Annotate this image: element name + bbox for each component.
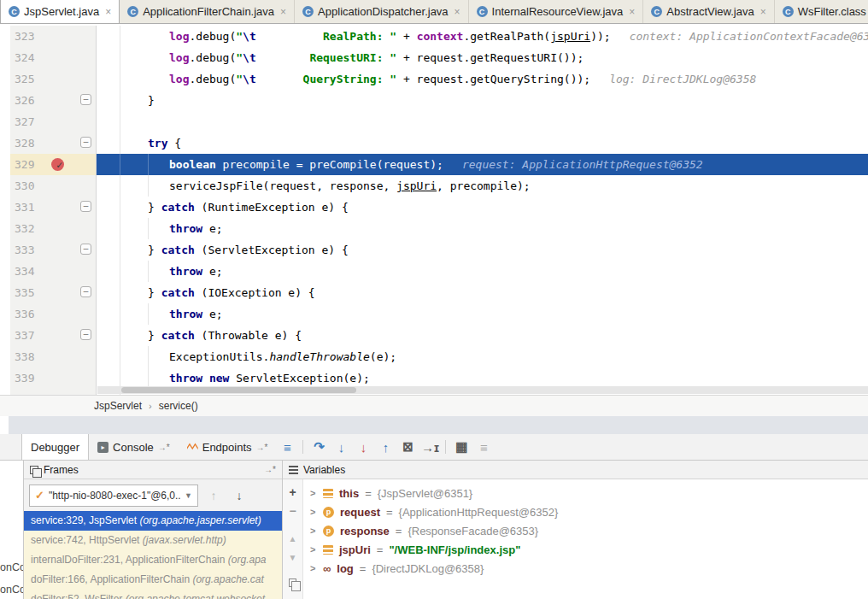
tab-abstractview-java[interactable]: CAbstractView.java× [643, 0, 774, 23]
tab-jspservlet-java[interactable]: CJspServlet.java× [0, 0, 120, 23]
gutter-line-337[interactable]: 337− [10, 325, 97, 346]
expand-chevron-icon[interactable]: > [310, 544, 317, 555]
stack-frame-row[interactable]: service:742, HttpServlet (javax.servlet.… [24, 531, 282, 550]
gutter-line-335[interactable]: 335− [10, 282, 97, 303]
code-text[interactable]: boolean precompile = preCompile(request)… [97, 154, 868, 175]
code-text[interactable]: throw e; [97, 303, 868, 325]
gutter-line-336[interactable]: 336 [10, 303, 97, 325]
code-text[interactable]: } [97, 90, 868, 111]
threads-menu-button[interactable]: ≡ [276, 434, 298, 460]
variable-row-this[interactable]: >this={JspServlet@6351} [303, 484, 868, 502]
expand-chevron-icon[interactable]: > [310, 563, 317, 573]
code-text[interactable]: log.debug("\t QueryString: " + request.g… [97, 68, 868, 90]
debug-tab-debugger[interactable]: Debugger [21, 434, 89, 460]
fold-marker-icon[interactable]: − [80, 137, 91, 148]
gutter-line-327[interactable]: 327 [10, 111, 97, 132]
step-over-button[interactable]: ↷ [308, 434, 330, 460]
copy-button[interactable] [283, 573, 302, 592]
force-step-into-button[interactable]: ↓ [352, 434, 374, 460]
code-text[interactable]: ExceptionUtils.handleThrowable(e); [97, 346, 868, 367]
code-text[interactable]: } catch (Throwable e) { [97, 325, 868, 346]
run-to-cursor-button[interactable]: →ɪ [419, 434, 441, 460]
horizontal-scrollbar[interactable] [97, 386, 868, 394]
gutter-line-331[interactable]: 331− [10, 197, 97, 218]
fold-marker-icon[interactable]: − [80, 286, 91, 297]
tab-applicationdispatcher-java[interactable]: CApplicationDispatcher.java× [295, 0, 469, 23]
code-editor[interactable]: 323log.debug("\t RealPath: " + context.g… [0, 24, 868, 395]
tab-wsfilter-class[interactable]: CWsFilter.class× [775, 0, 868, 23]
expand-chevron-icon[interactable]: > [310, 507, 317, 517]
step-into-button[interactable]: ↓ [330, 434, 352, 460]
remove-watch-button[interactable]: − [283, 502, 302, 520]
gutter-line-339[interactable]: 339 [10, 367, 97, 389]
thread-selector-dropdown[interactable]: ✓ "http-nio-8080-exec-1"@6,0... ▼ [29, 484, 198, 507]
add-watch-button[interactable]: + [283, 483, 302, 502]
fold-marker-icon[interactable]: − [80, 244, 91, 255]
expand-chevron-icon[interactable]: > [310, 526, 317, 536]
code-text[interactable]: try { [97, 132, 868, 154]
gutter-line-330[interactable]: 330 [10, 175, 97, 197]
hide-panel-icon[interactable]: →* [264, 465, 276, 474]
breadcrumb-item-jspservlet[interactable]: JspServlet [94, 396, 142, 416]
tab-internalresourceview-java[interactable]: CInternalResourceView.java× [469, 0, 644, 23]
gutter-line-340[interactable]: 340 [10, 389, 97, 395]
variable-row-log[interactable]: >∞log={DirectJDKLog@6358} [303, 559, 868, 578]
move-watch-up-button[interactable]: ▲ [283, 529, 302, 548]
gutter-line-325[interactable]: 325 [10, 68, 97, 90]
code-text[interactable]: log.debug("\t RealPath: " + context.getR… [97, 26, 868, 47]
code-text[interactable]: } catch (ServletException e) { [97, 239, 868, 261]
stack-frame-row[interactable]: doFilter:52, WsFilter (org.apache.tomcat… [24, 590, 282, 599]
gutter-line-329[interactable]: 329✓ [10, 154, 97, 175]
drop-frame-button[interactable]: ⊠ [396, 434, 419, 460]
code-text[interactable] [97, 111, 868, 132]
token: throw new [169, 372, 229, 385]
code-text[interactable]: } catch (RuntimeException e) { [97, 197, 868, 218]
variable-row-jspuri[interactable]: >jspUri="/WEB-INF/jsp/index.jsp" [303, 540, 868, 559]
next-frame-button[interactable]: ↓ [229, 489, 249, 502]
line-number: 334 [10, 265, 34, 278]
token: } [148, 329, 161, 342]
layout-settings-button[interactable]: ≡ [472, 434, 495, 460]
code-text[interactable]: log.debug("\t RequestURI: " + request.ge… [97, 47, 868, 68]
gutter-line-332[interactable]: 332 [10, 218, 97, 239]
gutter-line-323[interactable]: 323 [10, 26, 97, 47]
previous-frame-button[interactable]: ↑ [203, 489, 224, 502]
line-number: 329 [10, 158, 34, 171]
gutter-line-324[interactable]: 324 [10, 47, 97, 68]
close-icon[interactable]: × [105, 6, 111, 18]
fold-marker-icon[interactable]: − [80, 201, 91, 212]
expand-chevron-icon[interactable]: > [310, 488, 317, 498]
code-text[interactable]: serviceJspFile(request, response, jspUri… [97, 175, 868, 197]
variables-tree: >this={JspServlet@6351}>prequest={Applic… [303, 479, 868, 599]
close-icon[interactable]: × [629, 6, 635, 18]
code-text[interactable]: throw e; [97, 218, 868, 239]
code-content: } catch (RuntimeException e) { [97, 197, 349, 218]
fold-marker-icon[interactable]: − [80, 94, 91, 105]
scrollbar-thumb[interactable] [121, 387, 356, 393]
evaluate-expression-button[interactable]: ▦ [450, 434, 472, 460]
gutter-line-333[interactable]: 333− [10, 239, 97, 261]
close-icon[interactable]: × [455, 6, 460, 18]
gutter-line-326[interactable]: 326− [10, 90, 97, 111]
debug-tab-console[interactable]: ▸Console→* [89, 434, 179, 460]
debug-tab-endpoints[interactable]: Endpoints→* [179, 434, 277, 460]
tab-applicationfilterchain-java[interactable]: CApplicationFilterChain.java× [120, 0, 295, 23]
code-text[interactable]: } catch (IOException e) { [97, 282, 868, 303]
close-icon[interactable]: × [760, 6, 766, 18]
stack-frame-row[interactable]: doFilter:166, ApplicationFilterChain (or… [24, 570, 282, 590]
gutter-line-328[interactable]: 328− [10, 132, 97, 154]
variable-row-response[interactable]: >presponse={ResponseFacade@6353} [303, 521, 868, 540]
layout-settings-icon: ≡ [480, 440, 488, 455]
variable-row-request[interactable]: >prequest={ApplicationHttpRequest@6352} [303, 502, 868, 521]
close-icon[interactable]: × [280, 6, 286, 18]
breadcrumb-item-service[interactable]: service() [159, 396, 198, 416]
stack-frame-row[interactable]: internalDoFilter:231, ApplicationFilterC… [24, 550, 282, 570]
code-line-337: 337−} catch (Throwable e) { [0, 325, 868, 346]
step-out-button[interactable]: ↑ [374, 434, 396, 460]
code-text[interactable]: throw e; [97, 261, 868, 282]
gutter-line-338[interactable]: 338 [10, 346, 97, 367]
gutter-line-334[interactable]: 334 [10, 261, 97, 282]
move-watch-down-button[interactable]: ▼ [283, 548, 302, 567]
stack-frame-row[interactable]: service:329, JspServlet (org.apache.jasp… [24, 511, 282, 531]
fold-marker-icon[interactable]: − [80, 329, 91, 340]
